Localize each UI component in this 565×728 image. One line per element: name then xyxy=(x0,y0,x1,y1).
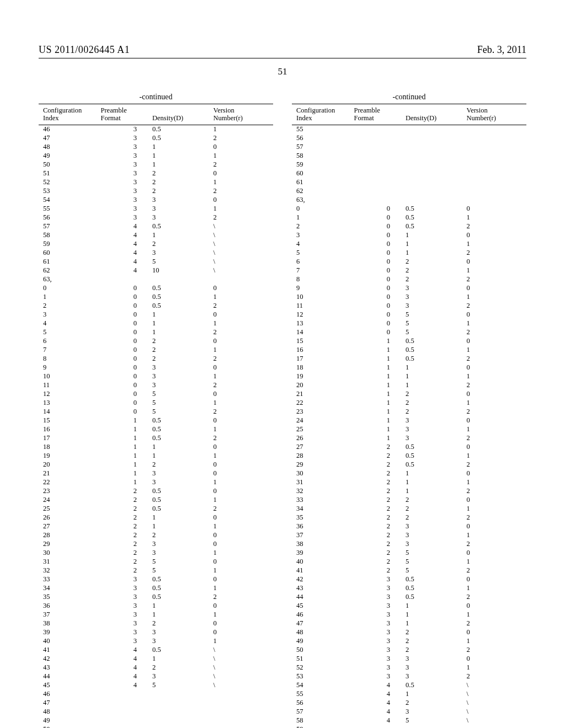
table-cell: 4 xyxy=(100,646,152,655)
table-cell: 0.5 xyxy=(151,425,212,434)
table-cell: 19 xyxy=(292,372,353,381)
table-cell: 47 xyxy=(292,619,353,628)
table-cell: 0 xyxy=(212,513,274,522)
table-cell: 1 xyxy=(353,408,405,416)
table-cell: 2 xyxy=(212,505,274,513)
table-cell: 3 xyxy=(151,628,212,637)
table-cell: 3 xyxy=(151,196,212,205)
table-cell: 3 xyxy=(151,249,212,258)
table-cell: 1 xyxy=(353,434,405,443)
table-row: 6145\ xyxy=(39,258,273,266)
table-cell: 2 xyxy=(353,496,405,505)
table-cell: 3 xyxy=(353,602,405,611)
table-cell: 18 xyxy=(39,443,100,452)
table-cell: 3 xyxy=(151,372,212,381)
table-cell: 52 xyxy=(292,663,353,672)
table-cell: 39 xyxy=(39,628,100,637)
table-cell xyxy=(404,160,466,169)
table-cell: 61 xyxy=(39,258,100,266)
table-cell: 2 xyxy=(100,496,152,505)
table-cell: 0 xyxy=(466,655,527,663)
table-cell: 51 xyxy=(39,169,100,178)
table-cell: 29 xyxy=(292,461,353,469)
publication-date: Feb. 3, 2011 xyxy=(477,44,526,56)
table-cell: 2 xyxy=(404,266,466,275)
table-cell: 0 xyxy=(212,443,274,452)
table-row: 5012 xyxy=(292,249,526,258)
table-cell: 0 xyxy=(100,372,152,381)
table-cell: 2 xyxy=(353,469,405,478)
table-cell: 3 xyxy=(151,637,212,646)
table-cell: 0 xyxy=(100,390,152,399)
table-cell: \ xyxy=(212,249,274,258)
table-cell xyxy=(212,716,274,725)
table-cell: 5 xyxy=(151,681,212,690)
table-cell: 2 xyxy=(212,381,274,390)
table-cell: 22 xyxy=(292,399,353,408)
table-cell: 0 xyxy=(212,469,274,478)
table-cell: 28 xyxy=(39,531,100,540)
table-row: 31211 xyxy=(292,478,526,487)
table-cell: 0 xyxy=(466,496,527,505)
table-cell: 3 xyxy=(404,540,466,549)
table-cell: 62 xyxy=(39,266,100,275)
table-cell: 1 xyxy=(466,452,527,461)
table-row: 49311 xyxy=(39,152,273,160)
table-cell: 0.5 xyxy=(404,213,466,222)
table-cell: 50 xyxy=(39,725,100,728)
table-cell: 51 xyxy=(292,655,353,663)
table-cell: 0 xyxy=(100,363,152,372)
table-cell: 3 xyxy=(151,205,212,213)
table-cell: 2 xyxy=(212,187,274,196)
table-cell: 1 xyxy=(151,311,212,319)
table-cell: 1 xyxy=(466,266,527,275)
table-cell: 43 xyxy=(39,663,100,672)
table-cell: \ xyxy=(212,266,274,275)
table-cell: 2 xyxy=(353,566,405,575)
table-cell: 53 xyxy=(292,672,353,681)
table-cell xyxy=(100,699,152,708)
table-cell: 0 xyxy=(212,143,274,152)
table-cell: 1 xyxy=(151,602,212,611)
table-cell: 0 xyxy=(100,311,152,319)
table-cell xyxy=(353,187,405,196)
patent-page: US 2011/0026445 A1 Feb. 3, 2011 51 -cont… xyxy=(0,0,565,728)
table-cell: 1 xyxy=(100,425,152,434)
table-cell: 3 xyxy=(151,363,212,372)
table-cell: 60 xyxy=(39,249,100,258)
table-cell: 2 xyxy=(353,452,405,461)
table-cell: 24 xyxy=(39,496,100,505)
table-cell: 2 xyxy=(100,540,152,549)
table-cell: 32 xyxy=(292,487,353,496)
table-cell: 1 xyxy=(353,416,405,425)
table-cell: 3 xyxy=(100,196,152,205)
table-row: 14052 xyxy=(292,328,526,337)
table-cell: 2 xyxy=(151,337,212,346)
table-cell: 25 xyxy=(39,505,100,513)
table-cell: 2 xyxy=(151,531,212,540)
table-row: 32212 xyxy=(292,487,526,496)
table-cell: 60 xyxy=(292,169,353,178)
table-cell: 0 xyxy=(100,302,152,311)
table-row: 61 xyxy=(292,178,526,187)
table-cell: 0 xyxy=(100,346,152,355)
table-cell: 4 xyxy=(353,708,405,716)
table-row: 4140.5\ xyxy=(39,646,273,655)
continued-label: -continued xyxy=(39,93,273,101)
table-row: 29230 xyxy=(39,540,273,549)
table-cell: 2 xyxy=(466,513,527,522)
table-cell: 2 xyxy=(466,408,527,416)
table-cell: 15 xyxy=(39,416,100,425)
table-cell: \ xyxy=(212,258,274,266)
table-row: 50312 xyxy=(39,160,273,169)
table-cell: 3 xyxy=(404,655,466,663)
page-header: US 2011/0026445 A1 Feb. 3, 2011 xyxy=(39,44,526,56)
table-cell: 3 xyxy=(100,213,152,222)
table-row: 28220 xyxy=(39,531,273,540)
table-row: 8022 xyxy=(39,355,273,363)
table-row: 1610.51 xyxy=(39,425,273,434)
table-cell: 5 xyxy=(404,716,466,725)
table-cell xyxy=(212,690,274,699)
table-row: 2320.50 xyxy=(39,487,273,496)
table-cell: 1 xyxy=(404,469,466,478)
